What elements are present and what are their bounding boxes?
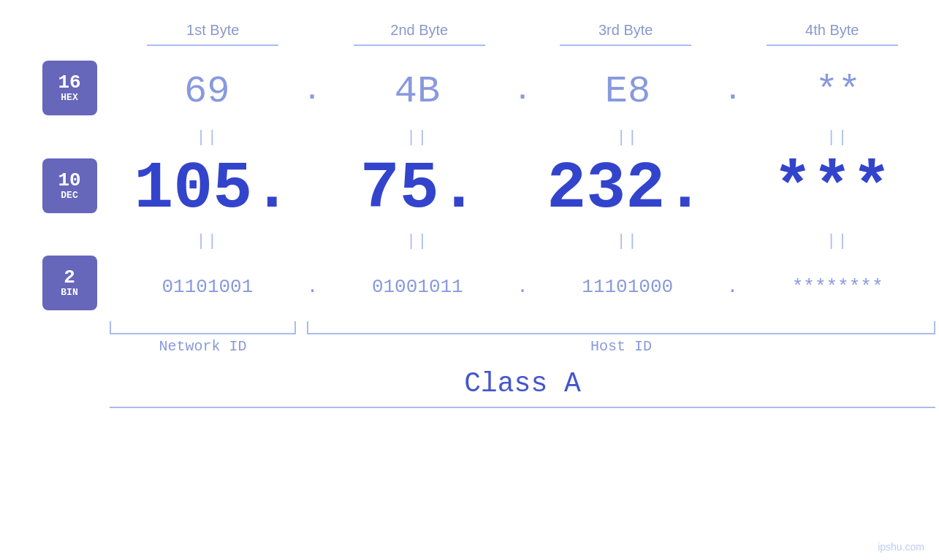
bin-dot-2: . [517, 276, 528, 298]
watermark: ipshu.com [878, 541, 924, 553]
host-id-label: Host ID [307, 338, 935, 355]
hex-dot-1: . [304, 77, 320, 107]
eq-2-4: || [740, 232, 936, 250]
eq-1-3: || [530, 129, 726, 147]
bin-badge: 2 BIN [42, 256, 97, 310]
main-layout: 1st Byte 2nd Byte 3rd Byte 4th Byte 16 H… [0, 0, 939, 408]
byte-1-header: 1st Byte [110, 22, 316, 39]
eq-1-2: || [320, 129, 516, 147]
hex-val-1: 69 [110, 70, 304, 113]
byte-2-header: 2nd Byte [316, 22, 523, 39]
dec-val-2: 75. [316, 152, 523, 226]
hex-val-3: E8 [531, 70, 725, 113]
eq-1-1: || [110, 129, 305, 147]
network-bracket [110, 321, 296, 334]
bin-val-4: ******** [740, 276, 935, 298]
bin-val-3: 11101000 [530, 276, 726, 298]
dec-val-3: 232. [522, 152, 729, 226]
dec-badge: 10 DEC [42, 158, 97, 213]
bin-val-1: 01101001 [110, 276, 305, 298]
bin-val-2: 01001011 [319, 276, 515, 298]
hex-dot-3: . [725, 77, 741, 107]
hex-dot-2: . [514, 77, 531, 107]
hex-badge: 16 HEX [42, 61, 97, 115]
network-id-label: Network ID [110, 338, 296, 355]
bracket-top-4 [767, 45, 898, 46]
eq-2-3: || [530, 232, 726, 250]
bracket-top-1 [147, 45, 278, 46]
eq-2-2: || [320, 232, 516, 250]
bin-dot-1: . [307, 276, 319, 298]
dec-val-1: 105. [110, 152, 316, 226]
class-bottom-line [110, 407, 935, 408]
byte-3-header: 3rd Byte [522, 22, 729, 39]
bin-dot-3: . [727, 276, 739, 298]
bracket-top-3 [560, 45, 691, 46]
host-bracket [307, 321, 935, 334]
bracket-top-2 [354, 45, 485, 46]
hex-val-2: 4B [320, 70, 514, 113]
eq-2-1: || [110, 232, 305, 250]
eq-1-4: || [740, 129, 936, 147]
dec-val-4: *** [729, 152, 936, 226]
byte-4-header: 4th Byte [729, 22, 936, 39]
hex-val-4: ** [741, 70, 935, 113]
class-label: Class A [110, 368, 935, 399]
